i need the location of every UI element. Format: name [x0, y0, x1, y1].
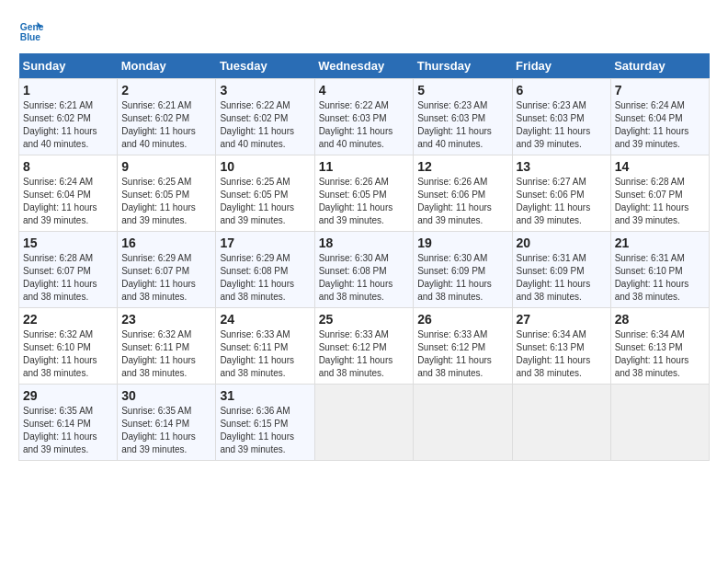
calendar-day-cell: 27Sunrise: 6:34 AM Sunset: 6:13 PM Dayli… — [512, 308, 610, 385]
day-info: Sunrise: 6:33 AM Sunset: 6:12 PM Dayligh… — [417, 328, 507, 380]
day-number: 17 — [220, 236, 310, 250]
calendar-day-cell: 29Sunrise: 6:35 AM Sunset: 6:14 PM Dayli… — [19, 385, 118, 461]
logo-icon: General Blue — [18, 18, 44, 44]
day-number: 15 — [23, 236, 113, 250]
day-info: Sunrise: 6:22 AM Sunset: 6:02 PM Dayligh… — [220, 99, 310, 151]
day-info: Sunrise: 6:21 AM Sunset: 6:02 PM Dayligh… — [23, 99, 113, 151]
day-info: Sunrise: 6:29 AM Sunset: 6:07 PM Dayligh… — [121, 252, 211, 304]
day-number: 1 — [23, 83, 113, 98]
calendar-day-cell: 8Sunrise: 6:24 AM Sunset: 6:04 PM Daylig… — [19, 155, 118, 232]
day-info: Sunrise: 6:32 AM Sunset: 6:10 PM Dayligh… — [23, 328, 113, 380]
day-info: Sunrise: 6:29 AM Sunset: 6:08 PM Dayligh… — [220, 252, 310, 304]
day-info: Sunrise: 6:31 AM Sunset: 6:09 PM Dayligh… — [517, 252, 607, 304]
calendar-day-cell: 1Sunrise: 6:21 AM Sunset: 6:02 PM Daylig… — [19, 79, 118, 155]
calendar-day-cell: 21Sunrise: 6:31 AM Sunset: 6:10 PM Dayli… — [610, 232, 709, 308]
day-number: 2 — [121, 83, 211, 98]
day-info: Sunrise: 6:25 AM Sunset: 6:05 PM Dayligh… — [121, 176, 211, 227]
calendar-day-cell: 5Sunrise: 6:23 AM Sunset: 6:03 PM Daylig… — [414, 79, 512, 155]
day-info: Sunrise: 6:21 AM Sunset: 6:02 PM Dayligh… — [121, 99, 211, 151]
calendar-week-row: 15Sunrise: 6:28 AM Sunset: 6:07 PM Dayli… — [19, 232, 710, 308]
calendar-day-cell: 20Sunrise: 6:31 AM Sunset: 6:09 PM Dayli… — [512, 232, 610, 308]
day-info: Sunrise: 6:35 AM Sunset: 6:14 PM Dayligh… — [23, 405, 113, 456]
day-info: Sunrise: 6:28 AM Sunset: 6:07 PM Dayligh… — [23, 252, 113, 304]
calendar-day-cell: 23Sunrise: 6:32 AM Sunset: 6:11 PM Dayli… — [118, 308, 216, 385]
calendar-day-cell: 15Sunrise: 6:28 AM Sunset: 6:07 PM Dayli… — [19, 232, 118, 308]
day-info: Sunrise: 6:34 AM Sunset: 6:13 PM Dayligh… — [615, 328, 705, 380]
calendar-day-cell: 3Sunrise: 6:22 AM Sunset: 6:02 PM Daylig… — [216, 79, 314, 155]
empty-cell — [610, 385, 709, 461]
day-number: 3 — [220, 83, 310, 98]
header-row: SundayMondayTuesdayWednesdayThursdayFrid… — [19, 53, 710, 79]
header-cell-thursday: Thursday — [414, 53, 512, 79]
day-info: Sunrise: 6:34 AM Sunset: 6:13 PM Dayligh… — [517, 328, 607, 380]
empty-cell — [414, 385, 512, 461]
calendar-day-cell: 24Sunrise: 6:33 AM Sunset: 6:11 PM Dayli… — [216, 308, 314, 385]
day-number: 21 — [615, 236, 705, 250]
day-info: Sunrise: 6:30 AM Sunset: 6:08 PM Dayligh… — [319, 252, 410, 304]
calendar-week-row: 29Sunrise: 6:35 AM Sunset: 6:14 PM Dayli… — [19, 385, 710, 461]
day-number: 5 — [417, 83, 507, 98]
calendar-week-row: 22Sunrise: 6:32 AM Sunset: 6:10 PM Dayli… — [19, 308, 710, 385]
day-number: 14 — [615, 159, 705, 174]
day-info: Sunrise: 6:22 AM Sunset: 6:03 PM Dayligh… — [319, 99, 410, 151]
svg-text:Blue: Blue — [20, 32, 41, 42]
day-number: 12 — [417, 159, 507, 174]
calendar-day-cell: 9Sunrise: 6:25 AM Sunset: 6:05 PM Daylig… — [118, 155, 216, 232]
calendar-day-cell: 12Sunrise: 6:26 AM Sunset: 6:06 PM Dayli… — [414, 155, 512, 232]
header-cell-friday: Friday — [512, 53, 610, 79]
day-info: Sunrise: 6:26 AM Sunset: 6:06 PM Dayligh… — [417, 176, 507, 227]
day-number: 8 — [23, 159, 113, 174]
day-number: 18 — [319, 236, 410, 250]
header: General Blue — [18, 18, 710, 44]
calendar-day-cell: 18Sunrise: 6:30 AM Sunset: 6:08 PM Dayli… — [314, 232, 414, 308]
calendar-day-cell: 30Sunrise: 6:35 AM Sunset: 6:14 PM Dayli… — [118, 385, 216, 461]
day-info: Sunrise: 6:33 AM Sunset: 6:12 PM Dayligh… — [319, 328, 410, 380]
day-info: Sunrise: 6:25 AM Sunset: 6:05 PM Dayligh… — [220, 176, 310, 227]
day-number: 9 — [121, 159, 211, 174]
calendar-day-cell: 26Sunrise: 6:33 AM Sunset: 6:12 PM Dayli… — [414, 308, 512, 385]
calendar-day-cell: 16Sunrise: 6:29 AM Sunset: 6:07 PM Dayli… — [118, 232, 216, 308]
calendar-day-cell: 31Sunrise: 6:36 AM Sunset: 6:15 PM Dayli… — [216, 385, 314, 461]
day-number: 7 — [615, 83, 705, 98]
header-cell-monday: Monday — [118, 53, 216, 79]
day-number: 22 — [23, 312, 113, 327]
svg-text:General: General — [20, 22, 44, 32]
calendar-week-row: 8Sunrise: 6:24 AM Sunset: 6:04 PM Daylig… — [19, 155, 710, 232]
empty-cell — [512, 385, 610, 461]
calendar-day-cell: 11Sunrise: 6:26 AM Sunset: 6:05 PM Dayli… — [314, 155, 414, 232]
header-cell-wednesday: Wednesday — [314, 53, 414, 79]
day-info: Sunrise: 6:24 AM Sunset: 6:04 PM Dayligh… — [615, 99, 705, 151]
calendar-day-cell: 19Sunrise: 6:30 AM Sunset: 6:09 PM Dayli… — [414, 232, 512, 308]
day-number: 16 — [121, 236, 211, 250]
day-info: Sunrise: 6:23 AM Sunset: 6:03 PM Dayligh… — [517, 99, 607, 151]
day-info: Sunrise: 6:26 AM Sunset: 6:05 PM Dayligh… — [319, 176, 410, 227]
calendar-day-cell: 22Sunrise: 6:32 AM Sunset: 6:10 PM Dayli… — [19, 308, 118, 385]
calendar-day-cell: 25Sunrise: 6:33 AM Sunset: 6:12 PM Dayli… — [314, 308, 414, 385]
day-info: Sunrise: 6:36 AM Sunset: 6:15 PM Dayligh… — [220, 405, 310, 456]
day-info: Sunrise: 6:35 AM Sunset: 6:14 PM Dayligh… — [121, 405, 211, 456]
day-number: 29 — [23, 388, 113, 403]
day-number: 13 — [517, 159, 607, 174]
calendar-day-cell: 28Sunrise: 6:34 AM Sunset: 6:13 PM Dayli… — [610, 308, 709, 385]
day-number: 10 — [220, 159, 310, 174]
calendar-day-cell: 4Sunrise: 6:22 AM Sunset: 6:03 PM Daylig… — [314, 79, 414, 155]
logo: General Blue — [18, 18, 48, 44]
calendar-day-cell: 14Sunrise: 6:28 AM Sunset: 6:07 PM Dayli… — [610, 155, 709, 232]
empty-cell — [314, 385, 414, 461]
day-number: 6 — [517, 83, 607, 98]
calendar-day-cell: 2Sunrise: 6:21 AM Sunset: 6:02 PM Daylig… — [118, 79, 216, 155]
header-cell-sunday: Sunday — [19, 53, 118, 79]
day-number: 19 — [417, 236, 507, 250]
day-number: 11 — [319, 159, 410, 174]
day-number: 20 — [517, 236, 607, 250]
day-number: 25 — [319, 312, 410, 327]
calendar-table: SundayMondayTuesdayWednesdayThursdayFrid… — [18, 53, 710, 461]
day-number: 31 — [220, 388, 310, 403]
day-number: 30 — [121, 388, 211, 403]
day-info: Sunrise: 6:27 AM Sunset: 6:06 PM Dayligh… — [517, 176, 607, 227]
day-number: 24 — [220, 312, 310, 327]
calendar-day-cell: 13Sunrise: 6:27 AM Sunset: 6:06 PM Dayli… — [512, 155, 610, 232]
day-number: 27 — [517, 312, 607, 327]
day-info: Sunrise: 6:33 AM Sunset: 6:11 PM Dayligh… — [220, 328, 310, 380]
day-info: Sunrise: 6:32 AM Sunset: 6:11 PM Dayligh… — [121, 328, 211, 380]
